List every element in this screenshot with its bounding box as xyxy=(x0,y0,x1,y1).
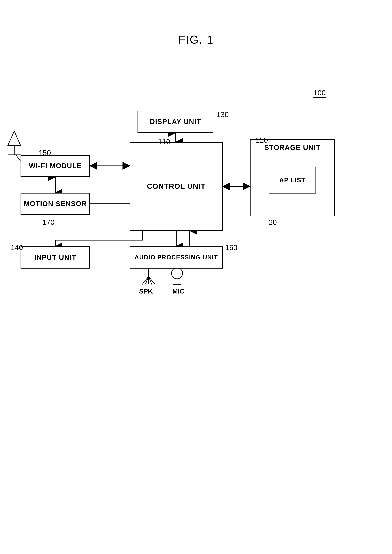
ref-110: 110 xyxy=(158,138,170,146)
antenna-icon xyxy=(5,130,24,158)
ref-150: 150 xyxy=(39,148,51,157)
ref-170: 170 xyxy=(42,218,55,227)
figure-title: FIG. 1 xyxy=(178,33,214,46)
ref-100-label: 100 xyxy=(314,89,326,98)
display-unit-label: DISPLAY UNIT xyxy=(150,117,201,126)
motion-sensor-box: MOTION SENSOR xyxy=(21,193,90,215)
input-unit-box: INPUT UNIT xyxy=(21,246,90,269)
motion-sensor-label: MOTION SENSOR xyxy=(24,199,87,208)
input-unit-label: INPUT UNIT xyxy=(34,253,77,262)
spk-label: SPK xyxy=(139,288,153,295)
svg-point-18 xyxy=(171,268,182,279)
audio-processing-box: AUDIO PROCESSING UNIT xyxy=(130,246,223,269)
svg-line-17 xyxy=(149,277,155,284)
svg-line-14 xyxy=(145,277,149,284)
diagram: FIG. 1 100 xyxy=(0,0,392,554)
wifi-module-box: WI-FI MODULE xyxy=(21,155,90,177)
svg-line-16 xyxy=(149,277,152,284)
ap-list-box: AP LIST xyxy=(269,167,316,194)
wifi-module-label: WI-FI MODULE xyxy=(29,161,82,170)
audio-processing-label: AUDIO PROCESSING UNIT xyxy=(134,254,218,261)
control-unit-label: CONTROL UNIT xyxy=(147,182,206,191)
storage-unit-box: STORAGE UNIT AP LIST xyxy=(250,139,335,216)
ref-140: 140 xyxy=(11,243,23,252)
ref-130: 130 xyxy=(217,110,229,119)
mic-label: MIC xyxy=(172,288,184,295)
diagram-arrows xyxy=(0,0,392,554)
ref-160: 160 xyxy=(225,243,238,252)
svg-line-13 xyxy=(142,277,149,284)
storage-unit-label: STORAGE UNIT xyxy=(264,143,321,152)
svg-marker-22 xyxy=(8,131,21,145)
ap-list-label: AP LIST xyxy=(279,176,306,184)
ref-20: 20 xyxy=(269,218,277,227)
control-unit-box: CONTROL UNIT xyxy=(130,142,223,231)
ref-120: 120 xyxy=(256,136,268,144)
display-unit-box: DISPLAY UNIT xyxy=(138,111,213,133)
